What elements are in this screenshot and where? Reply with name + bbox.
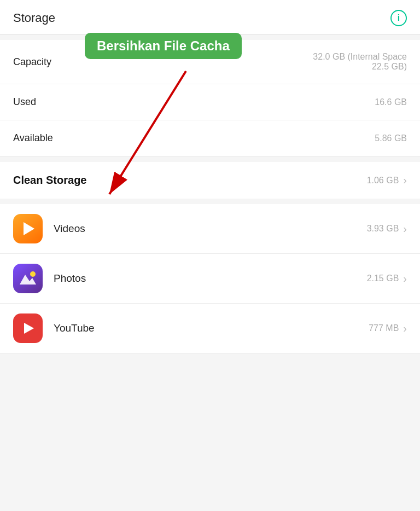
used-row: Used 16.6 GB <box>0 84 420 120</box>
capacity-label: Capacity <box>13 56 51 68</box>
capacity-value: 32.0 GB (Internal Space 22.5 GB) <box>313 52 407 72</box>
chevron-photos-icon: › <box>403 272 407 285</box>
videos-app-name: Videos <box>54 223 85 235</box>
photos-app-name: Photos <box>54 272 86 284</box>
chevron-youtube-icon: › <box>403 322 407 335</box>
chevron-videos-icon: › <box>403 223 407 235</box>
app-row-videos[interactable]: Videos 3.93 GB › <box>0 204 420 254</box>
used-value: 16.6 GB <box>375 97 407 107</box>
yt-play-icon <box>24 323 34 334</box>
photos-app-icon <box>13 264 43 293</box>
available-label: Available <box>13 132 53 144</box>
info-icon[interactable]: i <box>390 10 407 26</box>
svg-point-3 <box>30 271 36 277</box>
clean-storage-row[interactable]: Clean Storage 1.06 GB › <box>0 162 420 199</box>
app-right-youtube: 777 MB › <box>369 322 407 335</box>
app-right-videos: 3.93 GB › <box>367 223 407 235</box>
available-row: Available 5.86 GB <box>0 120 420 156</box>
app-left-youtube: YouTube <box>13 313 95 343</box>
page-title: Storage <box>13 11 55 25</box>
youtube-app-icon <box>13 313 43 343</box>
app-left-videos: Videos <box>13 214 85 243</box>
clean-storage-value: 1.06 GB <box>367 176 399 185</box>
youtube-app-size: 777 MB <box>369 323 399 333</box>
clean-storage-label: Clean Storage <box>13 174 86 187</box>
videos-app-icon <box>13 214 43 243</box>
divider-2 <box>0 199 420 204</box>
app-row-photos[interactable]: Photos 2.15 GB › <box>0 254 420 304</box>
photos-app-size: 2.15 GB <box>367 274 399 283</box>
photos-icon-svg <box>19 269 37 288</box>
play-icon <box>24 222 34 235</box>
capacity-row: Capacity 32.0 GB (Internal Space 22.5 GB… <box>0 40 420 84</box>
clean-storage-right: 1.06 GB › <box>367 174 407 187</box>
youtube-app-name: YouTube <box>54 322 95 334</box>
videos-app-size: 3.93 GB <box>367 224 399 234</box>
used-label: Used <box>13 96 36 108</box>
available-value: 5.86 GB <box>375 133 407 143</box>
app-right-photos: 2.15 GB › <box>367 272 407 285</box>
divider-1 <box>0 156 420 162</box>
chevron-icon: › <box>403 174 407 187</box>
header: Storage i <box>0 0 420 34</box>
app-list: Videos 3.93 GB › Photos 2.15 GB <box>0 204 420 353</box>
storage-info-section: Capacity 32.0 GB (Internal Space 22.5 GB… <box>0 40 420 156</box>
app-row-youtube[interactable]: YouTube 777 MB › <box>0 304 420 353</box>
app-left-photos: Photos <box>13 264 86 293</box>
